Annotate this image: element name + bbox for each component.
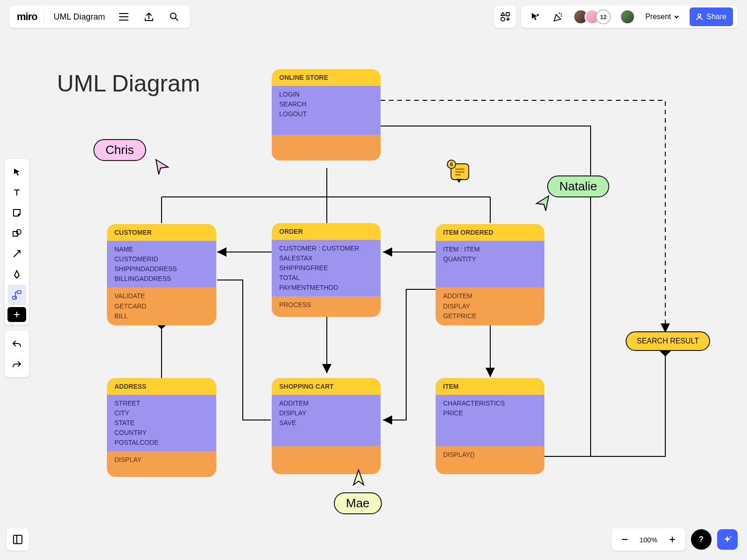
person-plus-icon (696, 13, 704, 21)
svg-point-3 (698, 14, 701, 17)
menu-button[interactable] (114, 7, 133, 26)
panel-icon (13, 534, 23, 545)
uml-title: ONLINE STORE (272, 69, 381, 86)
share-label: Share (706, 13, 726, 21)
search-button[interactable] (165, 7, 183, 26)
plus-icon (669, 536, 676, 543)
svg-point-0 (170, 13, 176, 19)
comment-bubble[interactable]: 6 (451, 163, 469, 180)
zoom-level[interactable]: 100% (636, 536, 661, 544)
line-tool[interactable] (7, 244, 26, 264)
plus-icon (13, 311, 21, 318)
uml-title: ORDER (272, 223, 381, 240)
uml-ops: DISPLAY() (443, 450, 537, 460)
uml-ops: VALIDATE GETCARD BILL (114, 291, 209, 322)
cursor-icon (154, 159, 170, 175)
collaborator-pill-natalie: Natalie (547, 175, 609, 197)
uml-title: ITEM (436, 378, 544, 395)
svg-rect-6 (17, 291, 21, 294)
export-button[interactable] (140, 7, 158, 26)
cursor-icon (13, 168, 21, 176)
uml-attrs: NAME CUSTOMERID SHIPPINDADDRESS BILLINGA… (114, 245, 209, 284)
separator (44, 10, 44, 23)
pen-icon (12, 270, 21, 279)
canvas[interactable]: UML Diagram (0, 0, 747, 560)
uml-online-store[interactable]: ONLINE STORE LOGIN SEARCH LOGOUT (272, 69, 381, 161)
collaborator-pill-mae: Mae (334, 492, 382, 514)
text-icon (12, 188, 21, 197)
miro-logo[interactable]: miro (17, 11, 37, 23)
avatar-self[interactable] (620, 9, 635, 24)
uml-customer[interactable]: CUSTOMER NAME CUSTOMERID SHIPPINDADDRESS… (107, 224, 216, 325)
collaborator-name: Chris (106, 143, 134, 157)
uml-search-result[interactable]: SEARCH RESULT (626, 331, 710, 351)
shape-tool[interactable] (7, 223, 26, 244)
zoom-in-button[interactable] (663, 530, 682, 549)
uml-ops: DISPLAY (114, 455, 209, 465)
redo-icon (12, 360, 22, 368)
pointer-mode-button[interactable] (526, 7, 544, 26)
sticky-tool[interactable] (7, 203, 26, 223)
ai-button[interactable] (717, 529, 738, 550)
uml-item[interactable]: ITEM CHARACTERISTICS PRICE DISPLAY() (436, 378, 544, 474)
uml-ops: PROCESS (279, 300, 373, 310)
uml-attrs: CUSTOMER : CUSTOMER SALESTAX SHIPPINGFRE… (279, 244, 373, 293)
svg-point-2 (501, 17, 505, 21)
help-button[interactable]: ? (691, 529, 712, 550)
apps-card (494, 6, 516, 28)
reactions-button[interactable] (548, 7, 567, 26)
avatar-overflow[interactable]: 12 (596, 9, 611, 24)
uml-title: CUSTOMER (107, 224, 216, 241)
collaborator-pill-chris: Chris (93, 139, 146, 161)
uml-title: SHOPPING CART (272, 378, 381, 395)
diagram-icon (12, 290, 22, 300)
collaborator-name: Mae (346, 496, 370, 511)
uml-ops: ADDITEM DISPLAY GETPRICE (443, 291, 537, 322)
avatar-stack[interactable]: 12 (571, 9, 613, 24)
uml-order[interactable]: ORDER CUSTOMER : CUSTOMER SALESTAX SHIPP… (272, 223, 381, 317)
undo-icon (12, 339, 22, 348)
diagram-tool[interactable] (7, 285, 26, 305)
uml-attrs: ITEM : ITEM QUANTITY (443, 245, 537, 264)
svg-rect-8 (14, 535, 22, 544)
minus-icon (621, 536, 628, 543)
pen-tool[interactable] (7, 264, 26, 285)
zoom-out-button[interactable] (615, 530, 634, 549)
search-result-label: SEARCH RESULT (637, 337, 699, 345)
uml-address[interactable]: ADDRESS STREET CITY STATE COUNTRY POSTAL… (107, 378, 216, 477)
search-icon (169, 12, 179, 21)
question-icon: ? (699, 535, 704, 544)
redo-button[interactable] (7, 354, 26, 374)
add-tool[interactable] (7, 307, 26, 322)
party-icon (552, 12, 563, 22)
frames-panel-button[interactable] (7, 528, 29, 551)
pointer-star-icon (530, 12, 540, 21)
arrow-icon (12, 249, 21, 259)
text-tool[interactable] (7, 182, 26, 203)
uml-attrs: STREET CITY STATE COUNTRY POSTALCODE (114, 399, 209, 448)
cursor-icon (352, 469, 366, 488)
chevron-down-icon (674, 14, 679, 20)
select-tool[interactable] (7, 161, 26, 182)
hamburger-icon (119, 13, 128, 21)
svg-rect-1 (506, 13, 509, 16)
sticky-icon (12, 208, 21, 217)
collab-card: 12 Present Share (521, 6, 738, 28)
sparkle-icon (722, 534, 733, 545)
logo-card: miro UML Diagram (9, 6, 190, 28)
document-title[interactable]: UML Diagram (51, 12, 108, 22)
shapes-icon (12, 229, 21, 238)
collaborator-name: Natalie (559, 179, 597, 194)
uml-shopping-cart[interactable]: SHOPPING CART ADDITEM DISPLAY SAVE (272, 378, 381, 474)
present-button[interactable]: Present (639, 7, 686, 26)
tools-group (5, 159, 29, 325)
undo-button[interactable] (7, 333, 26, 354)
uml-attrs: ADDITEM DISPLAY SAVE (279, 399, 373, 428)
apps-button[interactable] (496, 7, 514, 26)
comment-count: 6 (447, 160, 456, 169)
history-group (5, 330, 29, 377)
cursor-icon (535, 195, 550, 211)
uml-item-ordered[interactable]: ITEM ORDERED ITEM : ITEM QUANTITY ADDITE… (436, 224, 544, 325)
share-button[interactable]: Share (690, 7, 733, 26)
export-icon (144, 12, 154, 21)
